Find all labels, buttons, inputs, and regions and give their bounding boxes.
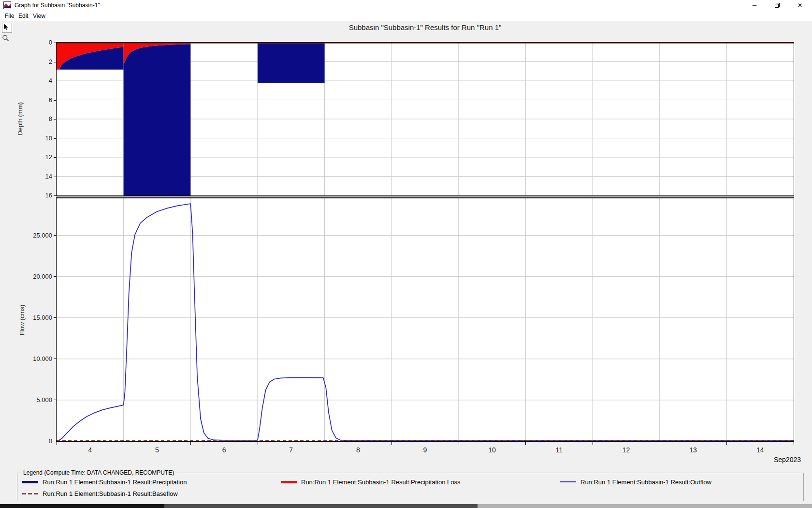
depth-tick-label: 12 — [27, 153, 52, 161]
legend-entry-label: Run:Run 1 Element:Subbasin-1 Result:Outf… — [580, 478, 711, 486]
x-tick-label: 10 — [481, 446, 503, 454]
x-tick — [124, 442, 124, 445]
flow-chart-canvas[interactable] — [56, 198, 794, 442]
legend-entry-label: Run:Run 1 Element:Subbasin-1 Result:Prec… — [43, 478, 187, 486]
flow-tick — [54, 400, 56, 400]
zoom-tool-button[interactable] — [2, 34, 11, 44]
depth-tick-label: 10 — [27, 134, 52, 142]
title-bar: Graph for Subbasin "Subbasin-1" ─ ✕ — [0, 0, 812, 11]
precipitation_loss-legend-swatch — [281, 481, 297, 483]
bottom-strip-dark — [0, 504, 164, 508]
flow-tick-label: 10.000 — [27, 355, 52, 362]
x-tick-label: 12 — [615, 446, 637, 454]
menu-edit[interactable]: Edit — [16, 12, 31, 20]
depth-tick — [54, 177, 56, 177]
legend-entry-label: Run:Run 1 Element:Subbasin-1 Result:Prec… — [301, 478, 461, 486]
magnifier-icon — [2, 34, 10, 42]
x-tick-label: 9 — [415, 446, 436, 454]
depth-axis-label: Depth (mm) — [16, 97, 24, 141]
depth-tick-label: 16 — [27, 192, 52, 199]
restore-button[interactable] — [766, 0, 788, 11]
x-tick — [593, 442, 593, 445]
legend-entry: Run:Run 1 Element:Subbasin-1 Result:Prec… — [281, 476, 461, 488]
flow-tick-label: 5.000 — [27, 396, 52, 403]
x-tick — [392, 442, 392, 445]
precipitation-chart-canvas[interactable] — [56, 42, 794, 196]
x-tick — [190, 442, 191, 445]
depth-tick-label: 0 — [27, 39, 52, 46]
flow-tick — [54, 235, 56, 236]
flow-tick — [54, 276, 56, 277]
legend-title: Legend (Compute Time: DATA CHANGED, RECO… — [21, 469, 176, 476]
x-axis-date-label: Sep2023 — [744, 456, 801, 463]
x-tick — [57, 442, 57, 445]
pointer-icon — [2, 23, 10, 30]
depth-tick — [54, 43, 56, 43]
minimize-button[interactable]: ─ — [743, 0, 766, 11]
flow-axis-label: Flow (cms) — [18, 299, 26, 342]
flow-tick-label: 20.000 — [27, 273, 52, 280]
depth-tick — [54, 62, 56, 62]
x-tick-label: 8 — [348, 446, 369, 454]
x-tick-label: 13 — [682, 446, 704, 454]
depth-tick — [54, 138, 56, 139]
x-tick-label: 14 — [750, 446, 771, 454]
x-tick-label: 6 — [214, 446, 235, 454]
chart-title: Subbasin "Subbasin-1" Results for Run "R… — [57, 23, 794, 31]
close-button[interactable]: ✕ — [789, 0, 811, 11]
depth-tick — [54, 157, 56, 158]
outflow-legend-swatch — [560, 481, 576, 482]
x-tick-label: 5 — [146, 446, 168, 454]
depth-tick — [54, 100, 56, 101]
baseflow-legend-swatch — [22, 493, 38, 494]
depth-tick — [54, 119, 56, 120]
depth-tick-label: 14 — [27, 173, 52, 180]
depth-tick — [54, 195, 56, 196]
bottom-strip-light — [478, 504, 812, 508]
flow-tick — [54, 317, 56, 318]
depth-tick-label: 2 — [27, 58, 52, 65]
legend: Legend (Compute Time: DATA CHANGED, RECO… — [17, 473, 804, 501]
x-tick — [325, 442, 325, 445]
legend-entry: Run:Run 1 Element:Subbasin-1 Result:Outf… — [560, 476, 711, 488]
legend-entry: Run:Run 1 Element:Subbasin-1 Result:Base… — [22, 488, 187, 499]
menu-file[interactable]: File — [2, 12, 16, 20]
x-tick-label: 7 — [280, 446, 302, 454]
x-tick — [660, 442, 660, 445]
x-tick — [258, 442, 258, 445]
x-tick — [459, 442, 459, 445]
flow-tick-label: 25.000 — [27, 232, 52, 239]
flow-tick-label: 0 — [27, 437, 52, 445]
window-title: Graph for Subbasin "Subbasin-1" — [14, 2, 100, 9]
x-tick — [726, 442, 727, 445]
bottom-strip-gray — [164, 504, 478, 508]
x-tick-label: 4 — [79, 446, 101, 454]
flow-tick — [54, 359, 56, 359]
precipitation-legend-swatch — [22, 481, 38, 483]
depth-tick-label: 4 — [27, 77, 52, 84]
legend-entry-label: Run:Run 1 Element:Subbasin-1 Result:Base… — [43, 490, 178, 497]
depth-tick-label: 6 — [27, 96, 52, 104]
flow-tick-label: 15.000 — [27, 314, 52, 321]
pointer-tool-button[interactable] — [2, 23, 12, 33]
flow-tick — [54, 441, 56, 441]
depth-tick-label: 8 — [27, 115, 52, 122]
menu-view[interactable]: View — [30, 12, 48, 20]
depth-tick — [54, 81, 56, 81]
x-tick — [525, 442, 526, 445]
app-icon — [3, 1, 11, 9]
menu-bar: File Edit View — [0, 11, 812, 21]
x-tick — [794, 442, 794, 445]
legend-entry: Run:Run 1 Element:Subbasin-1 Result:Prec… — [22, 476, 187, 488]
x-tick-label: 11 — [549, 446, 570, 454]
